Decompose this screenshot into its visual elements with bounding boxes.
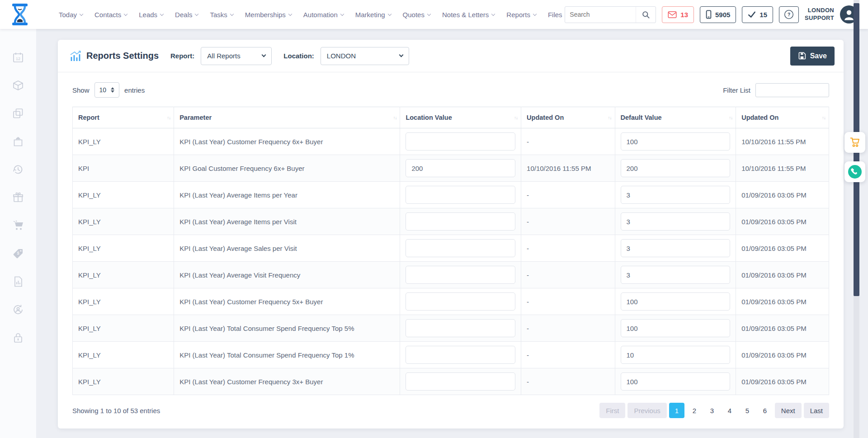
pagination-page-1[interactable]: 1 [669,403,684,418]
nav-item-notes-letters[interactable]: Notes & Letters [442,11,495,19]
save-button[interactable]: Save [790,47,835,66]
default-value-input[interactable] [621,132,731,151]
calendar-icon[interactable]: 12 [12,52,24,63]
lock-icon[interactable] [12,332,24,344]
nav-item-marketing[interactable]: Marketing [355,11,391,19]
location-value-input[interactable] [406,239,515,257]
pagination-page-4[interactable]: 4 [722,403,737,418]
column-header-location-value[interactable]: Location Value↑↓ [400,107,521,128]
floating-phone-button[interactable] [844,161,865,182]
parameter-cell: KPI (Last Year) Total Consumer Spend Fre… [174,315,400,342]
search-button[interactable] [636,7,656,23]
copy-icon[interactable] [12,108,24,119]
calls-badge[interactable]: 5905 [700,6,736,23]
column-header-label: Parameter [179,114,212,121]
parameter-cell: KPI (Last Year) Customer Frequency 3x+ B… [174,368,400,395]
parameter-cell: KPI (Last Year) Average Items per Year [174,182,400,208]
parameter-cell: KPI (Last Year) Customer Frequency 6x+ B… [174,128,400,155]
settings-table-wrap: Report↑↓ Parameter↑↓ Location Value↑↓ Up… [72,107,829,395]
tasks-badge[interactable]: 15 [742,6,773,23]
floating-cart-button[interactable] [844,132,865,153]
phone-icon [848,165,862,179]
scrollbar-track[interactable] [854,0,859,438]
column-header-parameter[interactable]: Parameter↑↓ [174,107,400,128]
pagination-next[interactable]: Next [775,403,802,418]
filter-label: Filter List [723,86,750,94]
pagination-first[interactable]: First [599,403,625,418]
location-value-input[interactable] [406,319,515,337]
pagination-page-6[interactable]: 6 [757,403,773,418]
chevron-down-icon [340,12,344,15]
nav-item-memberships[interactable]: Memberships [245,11,292,19]
panel-header: Reports Settings Report: All Reports Loc… [58,40,844,72]
account-sync-icon[interactable] [12,304,24,316]
price-tag-icon[interactable]: $ [12,248,24,259]
nav-item-files[interactable]: Files [548,11,562,19]
nav-item-quotes[interactable]: Quotes [403,11,430,19]
page-length-select[interactable]: 10 [94,82,120,98]
location-select[interactable]: LONDON [321,47,409,65]
column-header-label: Location Value [406,114,452,121]
location-value-input[interactable] [406,292,515,311]
column-header-label: Updated On [741,114,778,121]
report-select-value: All Reports [207,52,240,60]
cart-icon[interactable] [12,220,24,231]
column-header-updated-on[interactable]: Updated On↑↓ [521,107,615,128]
default-value-input[interactable] [621,346,731,364]
default-value-input[interactable] [621,319,731,337]
report-cell: KPI_LY [73,128,174,155]
pagination-page-3[interactable]: 3 [704,403,720,418]
help-button[interactable]: ? [779,6,799,23]
location-value-input[interactable] [406,186,515,204]
nav-item-contacts[interactable]: Contacts [94,11,127,19]
default-value-input[interactable] [621,159,731,177]
pagination-page-5[interactable]: 5 [740,403,755,418]
location-value-input[interactable] [406,212,515,231]
default-value-input[interactable] [621,266,731,284]
report-file-icon[interactable] [12,276,24,287]
messages-badge[interactable]: 13 [662,6,694,23]
report-select[interactable]: All Reports [201,47,272,65]
history-icon[interactable] [12,164,24,175]
pagination-last[interactable]: Last [804,403,829,418]
column-header-report[interactable]: Report↑↓ [73,107,174,128]
default-value-input[interactable] [621,292,731,311]
report-cell: KPI [73,155,174,182]
default-updated-cell: 10/10/2016 11:55 PM [736,155,829,182]
shopping-bag-icon[interactable] [12,136,24,147]
location-updated-cell: 10/10/2016 11:55 PM [521,155,615,182]
location-value-input[interactable] [406,132,515,151]
default-value-input[interactable] [621,239,731,257]
nav-item-automation[interactable]: Automation [303,11,344,19]
location-value-input[interactable] [406,266,515,284]
location-select-value: LONDON [327,52,356,60]
main-nav: Today Contacts Leads Deals Tasks Members… [59,11,562,19]
nav-item-label: Files [548,11,562,19]
report-cell: KPI_LY [73,342,174,368]
filter-input[interactable] [755,83,829,97]
default-value-input[interactable] [621,372,731,391]
default-value-input[interactable] [621,212,731,231]
pagination-page-2[interactable]: 2 [687,403,702,418]
pagination-previous[interactable]: Previous [627,403,666,418]
location-value-input[interactable] [406,346,515,364]
location-updated-cell: - [521,235,615,262]
default-value-input[interactable] [621,186,731,204]
report-cell: KPI_LY [73,235,174,262]
location-value-input[interactable] [406,372,515,391]
gift-icon[interactable] [12,192,24,203]
table-row: KPI_LY KPI (Last Year) Average Items per… [73,182,829,208]
nav-item-reports[interactable]: Reports [506,11,536,19]
column-header-default-value[interactable]: Default Value↑↓ [615,107,736,128]
column-header-updated-on-2[interactable]: Updated On↑↓ [736,107,829,128]
app-logo-hourglass-icon[interactable] [12,4,28,25]
parameter-cell: KPI (Last Year) Average Sales per Visit [174,235,400,262]
search-input[interactable] [565,11,636,18]
nav-item-today[interactable]: Today [59,11,83,19]
chevron-down-icon [160,12,164,15]
nav-item-tasks[interactable]: Tasks [210,11,233,19]
location-value-input[interactable] [406,159,515,177]
nav-item-leads[interactable]: Leads [139,11,163,19]
nav-item-deals[interactable]: Deals [175,11,198,19]
package-icon[interactable] [12,80,24,91]
